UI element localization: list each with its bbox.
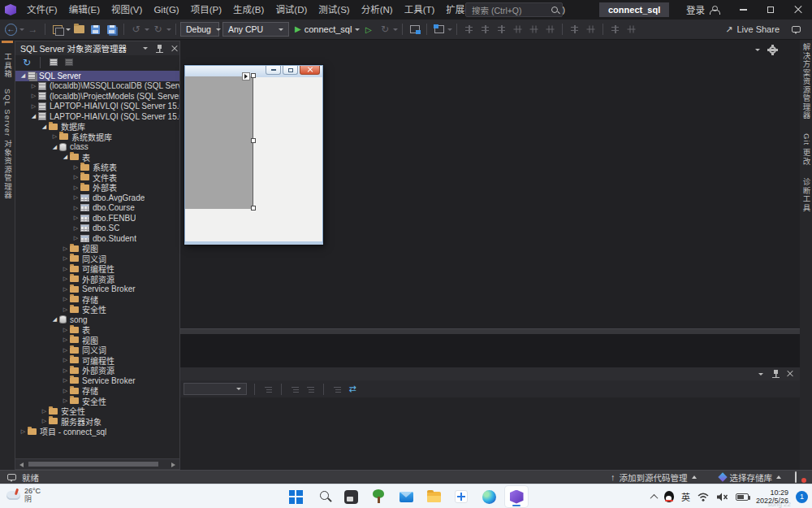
- notification-count-badge[interactable]: 1: [796, 491, 808, 503]
- tree-item[interactable]: 可编程性: [15, 355, 179, 366]
- expand-arrow-icon[interactable]: [62, 377, 69, 384]
- expand-arrow-icon[interactable]: [30, 103, 37, 110]
- window-position-dropdown-icon[interactable]: [140, 43, 151, 54]
- tree-item[interactable]: dbo.AvgGrade: [15, 193, 179, 203]
- form-minimize-button[interactable]: [266, 66, 281, 75]
- bottom-panel-header[interactable]: [180, 367, 800, 380]
- expand-arrow-icon[interactable]: [72, 225, 80, 232]
- save-all-button[interactable]: [104, 21, 119, 38]
- select-repository-button[interactable]: 选择存储库: [719, 471, 782, 484]
- scroll-right-icon[interactable]: [171, 462, 175, 467]
- tree-item[interactable]: 外部资源: [15, 274, 179, 284]
- collapse-arrow-icon[interactable]: [41, 124, 48, 130]
- attach-to-process-button[interactable]: [407, 21, 422, 38]
- expand-arrow-icon[interactable]: [19, 428, 27, 435]
- expand-all-button[interactable]: [304, 384, 316, 395]
- navigate-back-button[interactable]: ←: [3, 21, 19, 38]
- align-lefts-button[interactable]: [461, 21, 477, 38]
- panel-header[interactable]: SQL Server 对象资源管理器: [15, 41, 179, 55]
- resize-handle[interactable]: [251, 206, 256, 211]
- taskbar-tree-app[interactable]: [367, 486, 390, 507]
- collapse-arrow-icon[interactable]: [19, 72, 27, 79]
- winforms-designer-form[interactable]: [184, 65, 323, 245]
- battery-icon[interactable]: [736, 493, 749, 501]
- menu-item[interactable]: 视图(V): [106, 0, 148, 20]
- tree-item[interactable]: 系统数据库: [15, 132, 179, 142]
- undo-dropdown-icon[interactable]: [145, 28, 149, 31]
- expand-arrow-icon[interactable]: [62, 388, 69, 394]
- close-panel-icon[interactable]: [169, 43, 180, 54]
- collapse-arrow-icon[interactable]: [62, 154, 69, 160]
- wifi-icon[interactable]: [698, 493, 709, 501]
- window-position-dropdown-icon[interactable]: [755, 368, 767, 380]
- hidden-icons-chevron-icon[interactable]: [650, 493, 659, 501]
- collapse-all-button[interactable]: [289, 384, 300, 395]
- form-maximize-button[interactable]: [283, 66, 298, 75]
- taskbar-file-explorer[interactable]: [422, 486, 445, 507]
- right-tab[interactable]: 解决方案资源管理器: [801, 43, 812, 120]
- tree-item[interactable]: 外部表: [15, 183, 179, 193]
- expand-arrow-icon[interactable]: [72, 205, 80, 211]
- tree-item[interactable]: 安全性: [15, 396, 179, 406]
- pin-icon[interactable]: [770, 368, 781, 380]
- start-without-debugging-button[interactable]: ▷: [361, 21, 376, 38]
- horizontal-spacing-button[interactable]: [607, 21, 623, 38]
- feedback-icon[interactable]: [7, 474, 16, 480]
- server-group-button[interactable]: [63, 57, 75, 68]
- minimize-button[interactable]: [729, 0, 757, 20]
- menu-item[interactable]: 分析(N): [356, 0, 399, 20]
- vertical-spacing-button[interactable]: [624, 21, 639, 38]
- expand-arrow-icon[interactable]: [72, 215, 80, 221]
- taskbar-edge[interactable]: [477, 486, 500, 507]
- menu-item[interactable]: 工具(T): [399, 0, 441, 20]
- tree-item[interactable]: SQL Server: [15, 71, 179, 81]
- tree-item[interactable]: dbo.Student: [15, 233, 179, 244]
- new-dropdown-icon[interactable]: [66, 28, 71, 31]
- sync-button[interactable]: ⇄: [347, 384, 358, 395]
- expand-arrow-icon[interactable]: [62, 327, 69, 333]
- notifications-button[interactable]: [795, 472, 805, 482]
- redo-dropdown-icon[interactable]: [166, 28, 171, 31]
- filter-select[interactable]: [184, 383, 247, 395]
- expand-arrow-icon[interactable]: [62, 336, 69, 343]
- menu-item[interactable]: 调试(D): [270, 0, 313, 20]
- close-button[interactable]: [784, 0, 812, 20]
- resize-handle[interactable]: [251, 138, 256, 143]
- profiler-button[interactable]: ↻: [377, 21, 392, 38]
- scroll-left-icon[interactable]: [19, 462, 24, 467]
- tree-item[interactable]: 视图: [15, 244, 179, 254]
- taskbar-mail[interactable]: [395, 486, 417, 507]
- configuration-select[interactable]: Debug: [180, 22, 219, 37]
- expand-arrow-icon[interactable]: [62, 276, 69, 282]
- scrollbar-thumb[interactable]: [28, 462, 158, 467]
- resize-handle[interactable]: [251, 73, 256, 78]
- expand-arrow-icon[interactable]: [62, 357, 69, 363]
- tree-item[interactable]: Service Broker: [15, 376, 179, 386]
- navigate-forward-button[interactable]: →: [25, 21, 41, 38]
- tree-item[interactable]: Service Broker: [15, 284, 179, 295]
- start-dropdown-icon[interactable]: [355, 28, 360, 31]
- form-close-button[interactable]: [300, 66, 320, 75]
- tree-item[interactable]: 同义词: [15, 345, 179, 356]
- feedback-button[interactable]: [788, 21, 804, 38]
- expand-arrow-icon[interactable]: [62, 266, 69, 272]
- taskbar-translator[interactable]: [450, 486, 473, 507]
- live-share-button[interactable]: ↗ Live Share: [725, 24, 788, 35]
- back-dropdown-icon[interactable]: [19, 28, 24, 31]
- left-tab[interactable]: 工具箱: [2, 53, 13, 79]
- tree-item[interactable]: (localdb)\MSSQLLocalDB (SQL Serve: [15, 81, 179, 92]
- close-panel-icon[interactable]: [784, 368, 796, 380]
- expand-arrow-icon[interactable]: [51, 133, 58, 140]
- expand-arrow-icon[interactable]: [72, 164, 80, 171]
- expand-arrow-icon[interactable]: [30, 93, 37, 99]
- refresh-button[interactable]: ↻: [21, 57, 32, 68]
- tree-item[interactable]: 表: [15, 325, 179, 336]
- add-to-source-control-button[interactable]: ↑ 添加到源代码管理: [611, 471, 697, 484]
- taskbar-search[interactable]: [312, 486, 335, 507]
- find-in-files-button[interactable]: [431, 21, 447, 38]
- solution-name-badge[interactable]: connect_sql: [599, 2, 669, 17]
- gear-icon[interactable]: [767, 45, 778, 55]
- menu-item[interactable]: 生成(B): [227, 0, 270, 20]
- save-button[interactable]: [88, 21, 103, 38]
- tree-item[interactable]: 同义词: [15, 254, 179, 264]
